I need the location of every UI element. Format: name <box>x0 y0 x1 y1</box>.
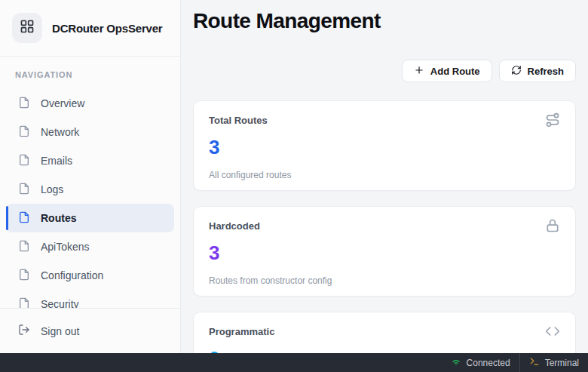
page-title: Route Management <box>193 8 576 34</box>
file-icon <box>18 240 30 254</box>
terminal-icon <box>529 356 540 369</box>
add-route-label: Add Route <box>430 66 480 77</box>
card-value: 0 <box>209 347 560 353</box>
card-value: 3 <box>209 136 560 158</box>
sidebar-item-label: Logs <box>41 183 63 195</box>
sidebar-item-label: Emails <box>41 155 72 167</box>
nav-section-label: NAVIGATION <box>15 70 165 79</box>
sidebar-item-routes[interactable]: Routes <box>6 204 174 232</box>
sidebar-item-emails[interactable]: Emails <box>6 146 174 175</box>
sidebar-item-security[interactable]: Security <box>6 290 174 308</box>
sidebar-item-label: Configuration <box>41 269 103 281</box>
file-icon <box>18 269 30 283</box>
sidebar-item-network[interactable]: Network <box>6 118 174 146</box>
terminal-label: Terminal <box>545 358 579 368</box>
log-out-icon <box>18 324 30 338</box>
add-route-button[interactable]: Add Route <box>402 60 492 82</box>
sidebar-header: DCRouter OpsServer <box>0 0 180 57</box>
sidebar-footer: Sign out <box>0 308 180 353</box>
app-logo <box>12 13 42 43</box>
file-icon <box>18 183 30 197</box>
stat-cards: Total Routes 3 All configured routes Har… <box>193 100 576 353</box>
sidebar-item-label: Network <box>41 126 79 138</box>
sidebar: DCRouter OpsServer NAVIGATION Overview N… <box>0 0 181 353</box>
file-icon <box>18 211 30 226</box>
sidebar-item-overview[interactable]: Overview <box>6 89 174 118</box>
card-description: All configured routes <box>209 170 560 180</box>
plus-icon <box>414 65 424 78</box>
app-title: DCRouter OpsServer <box>52 22 162 35</box>
route-icon <box>545 112 560 131</box>
card-total-routes: Total Routes 3 All configured routes <box>193 100 576 191</box>
status-bar: Connected Terminal <box>0 353 588 372</box>
file-icon <box>18 154 30 168</box>
wifi-icon <box>451 356 461 369</box>
sidebar-item-logs[interactable]: Logs <box>6 175 174 204</box>
card-description: Routes from constructor config <box>209 275 560 286</box>
card-title: Total Routes <box>209 112 268 126</box>
terminal-toggle[interactable]: Terminal <box>520 353 588 372</box>
sidebar-item-label: Security <box>41 298 79 308</box>
file-icon <box>18 125 30 140</box>
sign-out-label: Sign out <box>41 325 79 337</box>
connection-status-label: Connected <box>467 358 510 368</box>
sidebar-item-apitokens[interactable]: ApiTokens <box>6 232 174 261</box>
file-icon <box>18 297 30 309</box>
connection-status[interactable]: Connected <box>442 353 519 372</box>
refresh-button[interactable]: Refresh <box>499 60 576 82</box>
main-content: Route Management Add Route Refresh Total… <box>181 0 588 353</box>
card-title: Hardcoded <box>209 218 260 232</box>
refresh-icon <box>511 65 522 78</box>
sidebar-item-label: Overview <box>41 97 84 109</box>
grid-logo-icon <box>20 19 35 37</box>
sidebar-item-configuration[interactable]: Configuration <box>6 261 174 290</box>
card-value: 3 <box>209 241 560 264</box>
card-title: Programmatic <box>209 324 274 337</box>
sidebar-item-label: Routes <box>41 212 76 224</box>
lock-icon <box>545 218 560 236</box>
file-icon <box>18 97 30 111</box>
card-programmatic: Programmatic 0 <box>193 312 576 353</box>
sidebar-nav: NAVIGATION Overview Network Emails Logs … <box>0 57 180 308</box>
code-icon <box>545 324 560 342</box>
sidebar-item-label: ApiTokens <box>41 241 90 253</box>
card-hardcoded: Hardcoded 3 Routes from constructor conf… <box>193 206 576 297</box>
sign-out-button[interactable]: Sign out <box>6 317 174 346</box>
refresh-label: Refresh <box>528 66 564 77</box>
toolbar: Add Route Refresh <box>193 60 576 82</box>
